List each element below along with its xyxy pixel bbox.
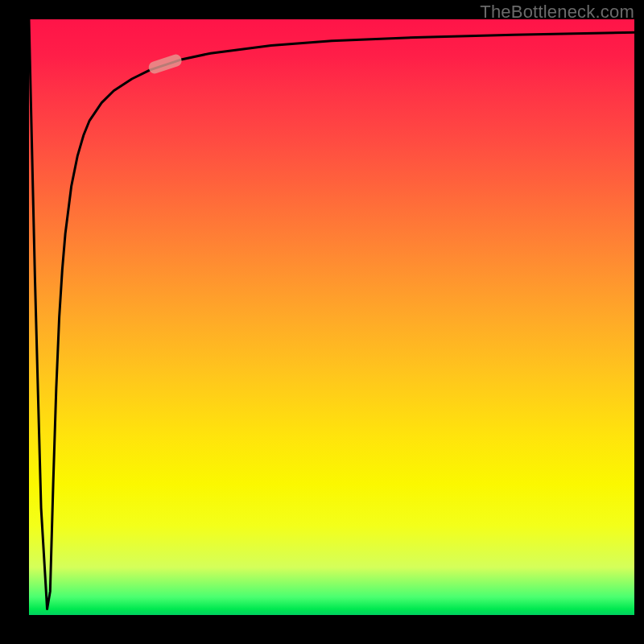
- curve-marker: [147, 53, 184, 76]
- svg-rect-0: [147, 53, 184, 76]
- chart-svg: [29, 19, 634, 615]
- bottleneck-curve-line: [29, 19, 634, 609]
- watermark-text: TheBottleneck.com: [480, 2, 634, 23]
